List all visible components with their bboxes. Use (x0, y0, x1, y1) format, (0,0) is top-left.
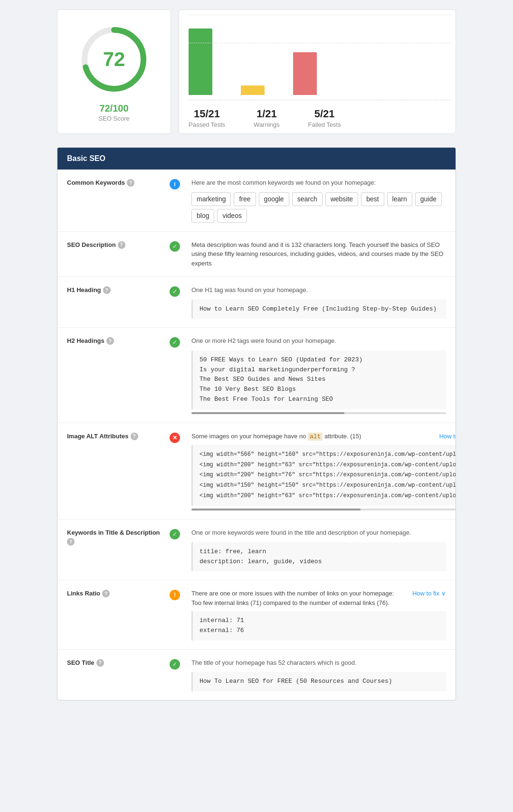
bar-passed (189, 28, 212, 95)
status-h2: ✓ (170, 336, 184, 348)
row-keywords-title: Keywords in Title & Description ? ✓ One … (57, 519, 456, 580)
row-h1-heading: H1 Heading ? ✓ One H1 tag was found on y… (57, 277, 456, 328)
check-icon-description: ✓ (170, 241, 180, 252)
row-links-ratio: Links Ratio ? ! There are one or more is… (57, 580, 456, 650)
how-to-fix-links[interactable]: How to fix ∨ (412, 589, 446, 598)
bar-failed (293, 52, 317, 95)
content-image-alt: Some images on your homepage have no alt… (191, 432, 456, 510)
img-code-block: <img width="566" height="160" src="https… (191, 445, 456, 506)
row-seo-title: SEO Title ? ✓ The title of your homepage… (57, 650, 456, 700)
stat-passed-label: Passed Tests (189, 121, 225, 128)
content-h2: One or more H2 tags were found on your h… (191, 336, 446, 414)
stat-warnings-label: Warnings (254, 121, 279, 128)
row-image-alt: Image ALT Attributes ? ✕ Some images on … (57, 423, 456, 519)
mono-h1: How to Learn SEO Completely Free (Includ… (191, 300, 446, 319)
keyword-guide: guide (415, 192, 442, 206)
keyword-google: google (259, 192, 289, 206)
help-icon-seo-title[interactable]: ? (96, 659, 104, 667)
keyword-videos: videos (217, 209, 247, 223)
score-row: 72 72/100 SEO Score 15/21 Passed Tests 1… (57, 9, 456, 134)
stat-failed: 5/21 Failed Tests (308, 108, 341, 128)
label-h2-headings: H2 Headings ? (67, 336, 162, 345)
links-intro: There are one or more issues with the nu… (191, 589, 394, 607)
status-h1: ✓ (170, 285, 184, 297)
status-common-keywords: i (170, 178, 184, 189)
gauge-container: 72 (76, 21, 152, 97)
check-icon-keywords: ✓ (170, 529, 180, 539)
keyword-blog: blog (191, 209, 214, 223)
help-icon-h1[interactable]: ? (103, 286, 111, 294)
bars-chart (189, 15, 451, 100)
label-image-alt: Image ALT Attributes ? (67, 432, 162, 440)
img-line-4: <img width="150" height="150" src="https… (200, 481, 456, 491)
label-seo-description: SEO Description ? (67, 240, 162, 249)
status-links-ratio: ! (170, 589, 184, 600)
mono-h2: 50 FREE Ways to Learn SEO (Updated for 2… (191, 350, 446, 409)
help-icon-h2[interactable]: ? (106, 337, 114, 345)
alt-intro: Some images on your homepage have no alt… (191, 432, 361, 442)
content-links-ratio: There are one or more issues with the nu… (191, 589, 446, 641)
mono-seo-title: How To Learn SEO for FREE (50 Resources … (191, 672, 446, 691)
help-icon-alt[interactable]: ? (131, 433, 138, 440)
label-links-ratio: Links Ratio ? (67, 589, 162, 597)
label-seo-title: SEO Title ? (67, 658, 162, 667)
mono-keywords: title: free, learn description: learn, g… (191, 542, 446, 572)
content-keywords-title: One or more keywords were found in the t… (191, 528, 446, 571)
intro-keywords-title: One or more keywords were found in the t… (191, 528, 446, 538)
links-header-row: There are one or more issues with the nu… (191, 589, 446, 607)
orange-icon-links: ! (170, 590, 180, 600)
stat-failed-label: Failed Tests (308, 121, 341, 128)
check-icon-seo-title: ✓ (170, 659, 180, 670)
mono-links: internal: 71 external: 76 (191, 611, 446, 641)
stat-failed-num: 5/21 (314, 108, 335, 120)
status-seo-title: ✓ (170, 658, 184, 670)
status-image-alt: ✕ (170, 432, 184, 443)
help-icon-keywords-title[interactable]: ? (67, 538, 75, 546)
error-icon-alt: ✕ (170, 433, 180, 443)
warn-icon: i (170, 179, 180, 189)
help-icon-common-keywords[interactable]: ? (127, 179, 134, 187)
seo-section: Basic SEO Common Keywords ? i Here are t… (57, 147, 456, 700)
help-icon-links[interactable]: ? (102, 590, 110, 597)
status-seo-description: ✓ (170, 240, 184, 252)
gauge-number: 72 (103, 48, 125, 71)
how-to-fix-alt[interactable]: How to fix ∨ (439, 432, 456, 441)
keyword-marketing: marketing (191, 192, 231, 206)
score-label-sub: SEO Score (98, 115, 129, 122)
img-line-1: <img width="566" height="160" src="https… (200, 450, 456, 460)
alt-header-row: Some images on your homepage have no alt… (191, 432, 456, 442)
stat-passed-num: 15/21 (194, 108, 220, 120)
scroll-hint-h2 (191, 412, 446, 414)
scroll-thumb-alt (191, 509, 361, 510)
stat-warnings-num: 1/21 (256, 108, 277, 120)
img-line-5: <img width="200" height="63" src="https:… (200, 491, 456, 501)
stat-passed: 15/21 Passed Tests (189, 108, 225, 128)
label-keywords-title: Keywords in Title & Description ? (67, 528, 162, 546)
content-seo-title: The title of your homepage has 52 charac… (191, 658, 446, 691)
bar-stats: 15/21 Passed Tests 1/21 Warnings 5/21 Fa… (189, 100, 451, 128)
alt-tag-highlight: alt (308, 433, 323, 441)
check-icon-h1: ✓ (170, 286, 180, 297)
bar-warnings (241, 85, 265, 95)
bar-chart-card: 15/21 Passed Tests 1/21 Warnings 5/21 Fa… (179, 9, 456, 134)
keyword-tags: marketing free google search website bes… (191, 192, 446, 223)
score-label-big: 72/100 (99, 103, 128, 114)
scroll-thumb-h2 (191, 412, 344, 414)
check-icon-h2: ✓ (170, 337, 180, 348)
label-h1-heading: H1 Heading ? (67, 285, 162, 294)
scroll-hint-alt (191, 509, 456, 510)
content-h1: One H1 tag was found on your homepage. H… (191, 285, 446, 319)
row-h2-headings: H2 Headings ? ✓ One or more H2 tags were… (57, 328, 456, 423)
keyword-free: free (234, 192, 256, 206)
help-icon-seo-description[interactable]: ? (118, 241, 125, 249)
status-keywords-title: ✓ (170, 528, 184, 539)
intro-common-keywords: Here are the most common keywords we fou… (191, 178, 446, 188)
keyword-best: best (361, 192, 384, 206)
intro-seo-title: The title of your homepage has 52 charac… (191, 658, 446, 668)
img-line-2: <img width="200" height="63" src="https:… (200, 460, 456, 471)
intro-h1: One H1 tag was found on your homepage. (191, 285, 446, 295)
seo-section-header: Basic SEO (57, 148, 456, 170)
chevron-icon-links: ∨ (441, 589, 446, 598)
row-seo-description: SEO Description ? ✓ Meta description was… (57, 232, 456, 277)
desc-text: Meta description was found and it is 132… (191, 241, 443, 267)
